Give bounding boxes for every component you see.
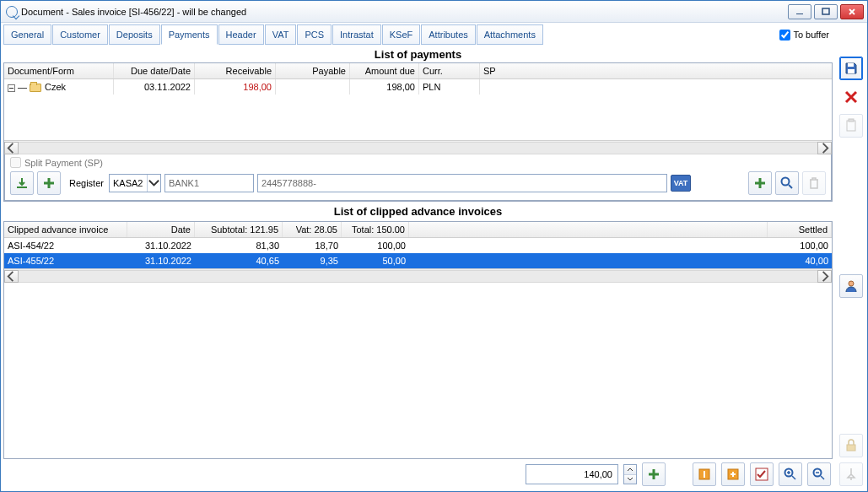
add-payment-button[interactable] (748, 171, 772, 195)
col-document-form[interactable]: Document/Form (4, 63, 114, 78)
svg-rect-12 (847, 445, 855, 451)
account-field[interactable]: 2445778888- (257, 174, 667, 192)
col-currency[interactable]: Curr. (419, 63, 480, 78)
pin-button (839, 462, 863, 486)
clipped-row[interactable]: ASI-455/2231.10.202240,659,3550,0040,00 (4, 253, 832, 268)
split-payment-checkbox[interactable] (10, 157, 21, 168)
amount-spinner[interactable] (623, 464, 637, 484)
close-button[interactable] (840, 4, 864, 19)
lock-button (839, 434, 863, 457)
spin-up-icon[interactable] (624, 465, 636, 475)
tab-attachments[interactable]: Attachments (477, 24, 543, 45)
tab-vat[interactable]: VAT (265, 24, 297, 45)
tab-pcs[interactable]: PCS (297, 24, 332, 45)
col-vat[interactable]: Vat: 28.05 (283, 222, 342, 237)
clipboard-button (839, 114, 863, 138)
search-payment-button[interactable] (775, 171, 799, 195)
minimize-button[interactable] (788, 4, 811, 19)
svg-rect-9 (847, 121, 855, 131)
cancel-button[interactable] (839, 85, 863, 109)
spin-down-icon[interactable] (624, 475, 636, 484)
col-payable[interactable]: Payable (276, 63, 350, 78)
zoom-out-button[interactable] (807, 462, 831, 486)
clipped-hscroll[interactable] (4, 268, 832, 283)
validate-button[interactable] (750, 462, 774, 486)
col-amount-due[interactable]: Amount due (350, 63, 419, 78)
titlebar: Document - Sales invoice [SI-456/22] - w… (1, 1, 867, 23)
zoom-in-button[interactable] (779, 462, 802, 486)
scroll-right-icon[interactable] (817, 270, 832, 283)
window-title: Document - Sales invoice [SI-456/22] - w… (21, 7, 246, 17)
split-payment-label: Split Payment (SP) (24, 158, 103, 168)
col-receivable[interactable]: Receivable (195, 63, 276, 78)
svg-point-1 (782, 178, 790, 186)
svg-rect-0 (822, 8, 829, 14)
amount-input[interactable]: 140,00 (526, 464, 618, 484)
payments-hscroll[interactable] (4, 140, 832, 154)
import-register-button[interactable] (10, 171, 34, 195)
to-buffer-checkbox[interactable] (779, 30, 790, 41)
user-button[interactable] (839, 274, 863, 298)
tab-deposits[interactable]: Deposits (109, 24, 160, 45)
payment-row[interactable]: — Czek03.11.2022198,00198,00PLN (4, 79, 832, 95)
tab-attributes[interactable]: Attributes (421, 24, 475, 45)
folder-icon (30, 84, 41, 92)
tab-payments[interactable]: Payments (161, 24, 218, 45)
tab-customer[interactable]: Customer (52, 24, 108, 45)
tab-header[interactable]: Header (218, 24, 264, 45)
delete-payment-button (802, 171, 826, 195)
svg-rect-7 (848, 63, 854, 67)
svg-rect-10 (849, 119, 854, 122)
svg-point-11 (849, 281, 854, 286)
payments-title: List of payments (3, 45, 833, 62)
add-clipped-button[interactable] (642, 462, 666, 486)
register-select[interactable]: KASA2 (109, 174, 161, 192)
svg-rect-8 (848, 69, 855, 73)
col-due-date[interactable]: Due date/Date (114, 63, 195, 78)
chevron-down-icon (147, 175, 160, 192)
col-total[interactable]: Total: 150.00 (342, 222, 409, 237)
action-1-button[interactable] (693, 462, 716, 486)
tab-general[interactable]: General (3, 24, 51, 45)
col-date[interactable]: Date (127, 222, 195, 237)
maximize-button[interactable] (814, 4, 838, 19)
scroll-left-icon[interactable] (4, 142, 19, 154)
add-register-button[interactable] (37, 171, 61, 195)
tab-ksef[interactable]: KSeF (382, 24, 421, 45)
tab-intrastat[interactable]: Intrastat (332, 24, 381, 45)
col-settled[interactable]: Settled (768, 222, 832, 237)
scroll-left-icon[interactable] (4, 270, 19, 283)
col-clipped-invoice[interactable]: Clipped advance invoice (4, 222, 127, 237)
bank-field[interactable]: BANK1 (164, 174, 254, 192)
col-subtotal[interactable]: Subtotal: 121.95 (195, 222, 283, 237)
tree-toggle-icon[interactable] (8, 84, 15, 92)
save-button[interactable] (839, 57, 863, 80)
scroll-right-icon[interactable] (817, 142, 832, 154)
register-label: Register (69, 178, 104, 188)
document-icon (6, 6, 18, 18)
action-2-button[interactable] (721, 462, 745, 486)
clipped-row[interactable]: ASI-454/2231.10.202281,3018,70100,00100,… (4, 238, 832, 253)
to-buffer-label[interactable]: To buffer (793, 30, 829, 40)
vat-badge-button[interactable]: VAT (671, 175, 691, 192)
clipped-title: List of clipped advance invoices (3, 202, 833, 219)
col-sp[interactable]: SP (480, 63, 832, 78)
